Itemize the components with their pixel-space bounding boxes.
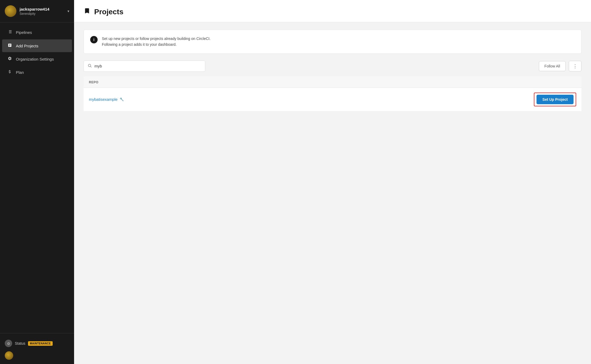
pipelines-icon: [7, 29, 13, 35]
repo-name-link[interactable]: mybatisexample: [89, 97, 117, 102]
org-name-label: Serendipity: [20, 12, 67, 16]
wrench-icon: 🔧: [120, 97, 124, 101]
plan-icon: [7, 70, 13, 75]
search-icon: [88, 63, 92, 69]
set-up-project-button[interactable]: Set Up Project: [537, 95, 574, 104]
sidebar-nav: Pipelines Add Projects Organization Sett…: [0, 22, 74, 333]
svg-point-0: [88, 64, 91, 66]
info-icon: i: [90, 36, 98, 43]
status-row: ⊙ Status MAINTENANCE: [5, 338, 69, 349]
info-banner: i Set up new projects or follow projects…: [84, 30, 581, 54]
gear-icon: [7, 56, 13, 62]
info-text: Set up new projects or follow projects a…: [102, 36, 211, 48]
follow-all-button[interactable]: Follow All: [539, 61, 566, 71]
main-content: Projects i Set up new projects or follow…: [74, 0, 591, 364]
sidebar-footer: ⊙ Status MAINTENANCE: [0, 333, 74, 364]
status-icon: ⊙: [5, 340, 12, 347]
more-options-button[interactable]: ⋮: [569, 61, 581, 71]
search-input[interactable]: [94, 64, 201, 68]
footer-avatar: [5, 351, 13, 360]
set-up-project-highlight: Set Up Project: [534, 93, 576, 106]
chevron-down-icon: ▾: [67, 9, 69, 13]
add-projects-icon: [7, 43, 13, 48]
svg-line-1: [90, 66, 92, 67]
status-label: Status: [15, 341, 25, 345]
search-box: [84, 61, 205, 72]
org-settings-label: Organization Settings: [16, 57, 54, 61]
table-header: REPO: [84, 76, 581, 88]
pipelines-label: Pipelines: [16, 30, 32, 35]
sidebar-item-plan[interactable]: Plan: [2, 66, 72, 79]
maintenance-badge: MAINTENANCE: [28, 341, 53, 346]
search-actions-row: Follow All ⋮: [84, 61, 581, 72]
bookmark-icon: [84, 7, 90, 16]
username-label: jacksparrow414: [20, 7, 67, 11]
repo-column-header: REPO: [89, 80, 98, 84]
sidebar-item-pipelines[interactable]: Pipelines: [2, 26, 72, 39]
user-menu[interactable]: jacksparrow414 Serendipity ▾: [0, 0, 74, 22]
repo-table: REPO mybatisexample 🔧 Set Up Project: [84, 76, 581, 111]
sidebar: jacksparrow414 Serendipity ▾ Pipelines A…: [0, 0, 74, 364]
sidebar-item-org-settings[interactable]: Organization Settings: [2, 53, 72, 65]
plan-label: Plan: [16, 70, 24, 75]
user-info: jacksparrow414 Serendipity: [20, 7, 67, 16]
page-header: Projects: [74, 0, 591, 22]
table-row: mybatisexample 🔧 Set Up Project: [84, 88, 581, 111]
add-projects-label: Add Projects: [16, 44, 38, 48]
avatar: [5, 5, 16, 17]
content-area: i Set up new projects or follow projects…: [74, 22, 591, 119]
page-title: Projects: [94, 8, 124, 16]
sidebar-item-add-projects[interactable]: Add Projects: [2, 39, 72, 52]
